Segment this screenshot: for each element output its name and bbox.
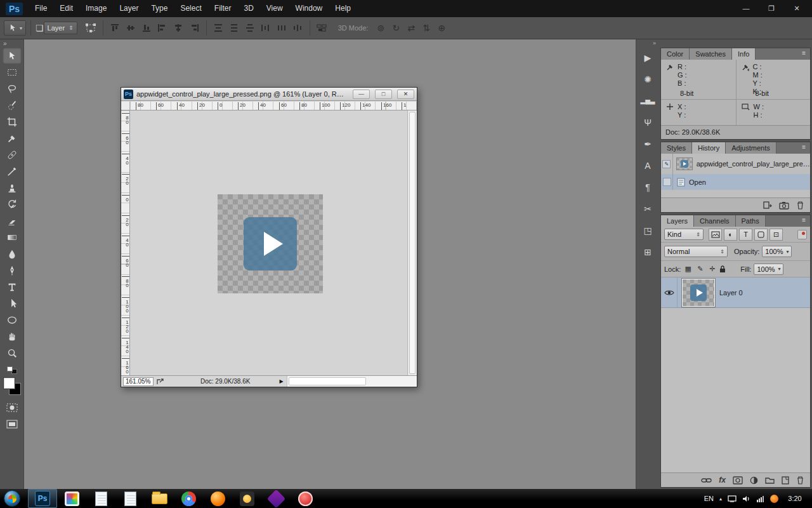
- window-close-icon[interactable]: ✕: [789, 4, 804, 13]
- menu-file[interactable]: File: [29, 0, 53, 17]
- taskbar-explorer[interactable]: [145, 489, 174, 508]
- window-restore-icon[interactable]: ❐: [764, 4, 779, 13]
- lasso-tool[interactable]: [3, 81, 22, 97]
- lock-all-icon[interactable]: [719, 265, 729, 273]
- tab-paths[interactable]: Paths: [736, 215, 766, 227]
- align-right-edges-button[interactable]: [187, 21, 202, 35]
- language-indicator[interactable]: EN: [704, 495, 714, 502]
- panel-menu-icon[interactable]: ≡: [797, 48, 810, 60]
- eraser-tool[interactable]: [3, 213, 22, 229]
- zoom-level-field[interactable]: 161.05%: [123, 377, 154, 386]
- tab-layers[interactable]: Layers: [661, 215, 694, 227]
- distribute-horizontal-centers-button[interactable]: [275, 21, 289, 35]
- align-vertical-centers-button[interactable]: [124, 21, 138, 35]
- layer-filter-toggle[interactable]: [797, 230, 807, 239]
- tray-display-icon[interactable]: [728, 495, 737, 502]
- menu-edit[interactable]: Edit: [53, 0, 79, 17]
- distribute-left-edges-button[interactable]: [259, 21, 273, 35]
- show-transform-controls-toggle[interactable]: [84, 21, 98, 35]
- tool-presets-panel-icon[interactable]: ✒: [638, 135, 657, 152]
- menu-3d[interactable]: 3D: [237, 0, 259, 17]
- move-tool[interactable]: [3, 48, 22, 64]
- eyedropper-tool[interactable]: [3, 130, 22, 147]
- auto-align-layers-button[interactable]: [315, 21, 329, 35]
- auto-select-target-dropdown[interactable]: Layer ⇕: [44, 22, 77, 34]
- tab-swatches[interactable]: Swatches: [690, 48, 732, 60]
- brush-tool[interactable]: [3, 163, 22, 180]
- gradient-tool[interactable]: [3, 229, 22, 246]
- taskbar-record-red[interactable]: [291, 489, 320, 508]
- opacity-dropdown[interactable]: 100% ▾: [762, 246, 792, 257]
- tray-network-icon[interactable]: [756, 495, 764, 502]
- filter-pixel-layers-button[interactable]: [709, 229, 722, 241]
- paragraph-panel-icon[interactable]: ¶: [638, 178, 657, 196]
- tools-collapse-icon[interactable]: »: [0, 39, 10, 48]
- 3d-rotate-button[interactable]: ⊚: [373, 21, 388, 35]
- history-state-row-open[interactable]: Open: [661, 174, 810, 190]
- hand-tool[interactable]: [3, 328, 22, 345]
- document-minimize-icon[interactable]: —: [353, 90, 370, 99]
- canvas-area[interactable]: [130, 110, 407, 375]
- distribute-bottom-edges-button[interactable]: [243, 21, 258, 35]
- history-brush-tool[interactable]: [3, 196, 22, 213]
- taskbar-browser-orange[interactable]: [203, 489, 232, 508]
- kuler-panel-icon[interactable]: Ψ: [638, 114, 657, 131]
- 3d-roll-button[interactable]: ↻: [388, 21, 403, 35]
- layer-row-layer0[interactable]: Layer 0: [661, 277, 810, 308]
- taskbar-utility-gold[interactable]: [232, 489, 261, 508]
- output-panel-icon[interactable]: ◳: [638, 222, 657, 239]
- pen-tool[interactable]: [3, 262, 22, 279]
- vertical-scrollbar[interactable]: [407, 110, 417, 375]
- distribute-vertical-centers-button[interactable]: [227, 21, 242, 35]
- new-document-from-state-button[interactable]: [763, 201, 772, 210]
- tab-adjustments[interactable]: Adjustments: [726, 142, 776, 154]
- scrollbar-thumb[interactable]: [409, 112, 416, 374]
- document-maximize-icon[interactable]: □: [375, 90, 392, 99]
- align-horizontal-centers-button[interactable]: [171, 21, 186, 35]
- taskbar-capture-app[interactable]: [57, 489, 86, 508]
- align-top-edges-button[interactable]: [108, 21, 122, 35]
- tab-styles[interactable]: Styles: [661, 142, 692, 154]
- 3d-slide-button[interactable]: ⇅: [419, 21, 434, 35]
- ellipse-tool[interactable]: [3, 312, 22, 328]
- add-layer-mask-button[interactable]: [733, 476, 743, 485]
- menu-window[interactable]: Window: [289, 0, 329, 17]
- crop-tool[interactable]: [3, 114, 22, 130]
- distribute-top-edges-button[interactable]: [211, 21, 226, 35]
- history-brush-source-cell[interactable]: ✎: [661, 154, 673, 174]
- align-left-edges-button[interactable]: [155, 21, 170, 35]
- tool-preset-picker[interactable]: ▾: [4, 20, 26, 36]
- notes-panel-icon[interactable]: ✂: [638, 200, 657, 217]
- horizontal-scrollbar[interactable]: [287, 376, 417, 387]
- taskbar-text-editor[interactable]: [115, 489, 145, 508]
- menu-help[interactable]: Help: [329, 0, 357, 17]
- lock-pixels-icon[interactable]: ✎: [695, 265, 705, 273]
- menu-type[interactable]: Type: [145, 0, 174, 17]
- panel-menu-icon[interactable]: ≡: [797, 142, 810, 154]
- layer-thumbnail[interactable]: [682, 279, 715, 307]
- hidden-icons-arrow[interactable]: ▴: [719, 496, 722, 502]
- quick-mask-mode-button[interactable]: [3, 399, 22, 416]
- rectangular-marquee-tool[interactable]: [3, 64, 22, 81]
- character-panel-icon[interactable]: A: [638, 157, 657, 174]
- snapshot-thumbnail[interactable]: [676, 157, 693, 170]
- layer-name[interactable]: Layer 0: [719, 289, 743, 297]
- start-button[interactable]: [4, 490, 20, 507]
- horizontal-ruler[interactable]: 80 60 40 20 0 20 40 60 80 100 120 140 16…: [130, 102, 417, 110]
- menu-select[interactable]: Select: [174, 0, 207, 17]
- taskbar-clock[interactable]: 3:20: [784, 495, 806, 502]
- new-group-button[interactable]: [765, 476, 775, 484]
- menu-filter[interactable]: Filter: [208, 0, 238, 17]
- filter-kind-dropdown[interactable]: Kind ⇕: [664, 229, 704, 240]
- tray-app-icon[interactable]: [770, 495, 778, 503]
- history-brush-source-cell[interactable]: [661, 174, 673, 190]
- menu-image[interactable]: Image: [79, 0, 113, 17]
- lock-position-icon[interactable]: ✛: [707, 265, 717, 273]
- taskbar-photoshop[interactable]: Ps: [28, 489, 57, 508]
- layer-style-button[interactable]: fx: [719, 476, 726, 485]
- type-tool[interactable]: [3, 279, 22, 295]
- spot-healing-brush-tool[interactable]: [3, 147, 22, 163]
- new-layer-button[interactable]: [782, 476, 789, 485]
- panel-menu-icon[interactable]: ≡: [797, 215, 810, 227]
- status-options-arrow[interactable]: ▶: [279, 378, 283, 384]
